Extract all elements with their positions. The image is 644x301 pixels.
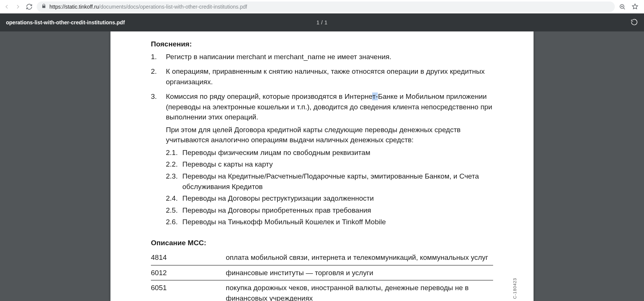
forward-icon[interactable] [14,3,22,10]
pdf-page: Пояснения: 1.Регистр в написании merchan… [110,31,534,301]
explanations-item: 2.К операциям, приравненным к снятию нал… [151,66,493,89]
pdf-toolbar: operations-list-with-other-credit-instit… [0,13,644,31]
pdf-page-indicator: 1 / 1 [316,19,328,25]
sub-list-item: 2.6.Переводы на Тинькофф Мобильный Кошел… [166,217,493,227]
list-number: 2. [151,66,158,89]
paragraph: К операциям, приравненным к снятию налич… [166,66,493,87]
sub-list-number: 2.2. [166,159,177,170]
back-icon[interactable] [3,3,10,10]
sub-list-number: 2.1. [166,148,177,158]
star-icon[interactable] [631,3,639,10]
lock-icon [41,3,46,10]
sub-list-number: 2.4. [166,193,177,204]
mcc-code: 6051 [151,280,226,301]
pdf-filename: operations-list-with-other-credit-instit… [6,19,125,25]
browser-toolbar: https://static.tinkoff.ru/documents/docs… [0,0,644,13]
explanations-heading: Пояснения: [151,39,493,49]
url-path: /documents/docs/operations-list-with-oth… [99,4,247,10]
table-row: 6051покупка дорожных чеков, иностранной … [151,280,493,301]
sub-list-text: Переводы на Кредитные/Расчетные/Подарочн… [182,171,493,192]
list-body: К операциям, приравненным к снятию налич… [166,66,493,89]
pdf-viewer[interactable]: Пояснения: 1.Регистр в написании merchan… [0,31,644,301]
address-bar[interactable]: https://static.tinkoff.ru/documents/docs… [37,1,615,12]
sub-list: 2.1.Переводы физическим лицам по свободн… [166,148,493,227]
explanations-item: 3.Комиссия по ряду операций, которые про… [151,91,493,229]
list-number: 1. [151,52,158,64]
table-row: 6012финансовые институты — торговля и ус… [151,265,493,280]
document-content: Пояснения: 1.Регистр в написании merchan… [151,39,493,301]
paragraph: При этом для целей Договора кредитной ка… [166,125,493,145]
sub-list-text: Переводы физическим лицам по свободным р… [182,148,493,158]
sub-list-text: Переводы на Договоры приобретенных прав … [182,205,493,216]
rotate-icon[interactable] [631,18,638,27]
zoom-icon[interactable] [619,3,626,10]
mcc-heading: Описание МСС: [151,238,493,248]
sub-list-number: 2.3. [166,171,177,192]
mcc-table: 4814оплата мобильной связи, интернета и … [151,250,493,301]
table-row: 4814оплата мобильной связи, интернета и … [151,250,493,265]
sub-list-number: 2.5. [166,205,177,216]
sub-list-item: 2.5.Переводы на Договоры приобретенных п… [166,205,493,216]
sub-list-text: Переводы с карты на карту [182,159,493,170]
mcc-description: покупка дорожных чеков, иностранной валю… [226,280,493,301]
sub-list-item: 2.4.Переводы на Договоры реструктуризаци… [166,193,493,204]
sub-list-number: 2.6. [166,217,177,227]
explanations-list: 1.Регистр в написании merchant и merchan… [151,52,493,229]
list-number: 3. [151,91,158,229]
list-body: Регистр в написании merchant и merchant_… [166,52,493,64]
explanations-item: 1.Регистр в написании merchant и merchan… [151,52,493,64]
document-side-code: С-180423 [513,278,517,299]
sub-list-item: 2.1.Переводы физическим лицам по свободн… [166,148,493,158]
paragraph: Комиссия по ряду операций, которые произ… [166,91,493,122]
browser-right-icons [619,3,641,10]
sub-list-item: 2.3.Переводы на Кредитные/Расчетные/Пода… [166,171,493,192]
url-host: https://static.tinkoff.ru [49,4,99,10]
sub-list-item: 2.2.Переводы с карты на карту [166,159,493,170]
mcc-description: оплата мобильной связи, интернета и теле… [226,250,493,265]
sub-list-text: Переводы на Тинькофф Мобильный Кошелек и… [182,217,493,227]
mcc-description: финансовые институты — торговля и услуги [226,265,493,280]
sub-list-text: Переводы на Договоры реструктуризации за… [182,193,493,204]
text-highlight: т- [372,92,378,100]
mcc-code: 4814 [151,250,226,265]
url-text: https://static.tinkoff.ru/documents/docs… [49,4,247,10]
list-body: Комиссия по ряду операций, которые произ… [166,91,493,229]
mcc-code: 6012 [151,265,226,280]
reload-icon[interactable] [25,3,33,10]
paragraph: Регистр в написании merchant и merchant_… [166,52,493,62]
